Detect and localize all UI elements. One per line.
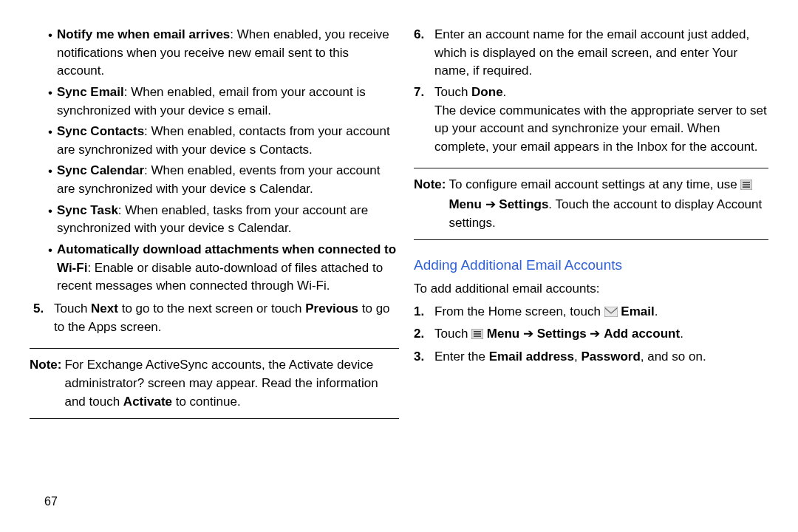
step-text: Enter an account name for the email acco… (434, 26, 768, 81)
svg-rect-4 (604, 307, 618, 317)
svg-rect-3 (743, 187, 750, 188)
menu-icon (740, 177, 752, 196)
step-number: 3. (414, 348, 434, 366)
step-number: 7. (414, 83, 434, 157)
note-configure: Note: To configure email account setting… (414, 168, 768, 240)
section-heading: Adding Additional Email Accounts (414, 255, 768, 276)
step-7-continuation: The device communicates with the appropr… (434, 102, 768, 157)
section-intro: To add additional email accounts: (414, 280, 768, 299)
step-number: 5. (33, 300, 54, 336)
step-5: 5. Touch Next to go to the next screen o… (33, 300, 399, 336)
note-label: Note: (30, 356, 61, 411)
svg-rect-8 (474, 336, 481, 338)
svg-rect-6 (474, 331, 481, 332)
bullet-sync-calendar: • Sync Calendar: When enabled, events fr… (48, 162, 399, 198)
bullet-text: : Enable or disable auto-download of fil… (57, 261, 383, 293)
svg-rect-1 (743, 182, 750, 183)
menu-icon (471, 327, 483, 345)
add-step-3: 3. Enter the Email address, Password, an… (414, 348, 768, 366)
note-activesync: Note: For Exchange ActiveSync accounts, … (30, 348, 399, 419)
svg-rect-2 (743, 185, 750, 186)
manual-page: • Notify me when email arrives: When ena… (0, 0, 798, 532)
email-icon (604, 304, 618, 323)
svg-rect-7 (474, 333, 481, 335)
note-label: Note: (414, 176, 446, 232)
step-6: 6. Enter an account name for the email a… (414, 26, 768, 81)
add-step-2: 2. Touch Menu ➔ Settings ➔ Add account. (414, 325, 768, 345)
bullet-sync-email: • Sync Email: When enabled, email from y… (48, 83, 399, 120)
bullet-label: Sync Email (57, 85, 124, 99)
add-step-1: 1. From the Home screen, touch Email. (414, 303, 768, 323)
bullet-label: Sync Task (57, 203, 118, 217)
step-number: 6. (414, 26, 434, 81)
page-number: 67 (44, 493, 58, 510)
bullet-label: Sync Contacts (57, 124, 144, 138)
note-body: For Exchange ActiveSync accounts, the Ac… (61, 356, 399, 411)
note-body: To configure email account settings at a… (446, 176, 768, 232)
bullet-auto-download: • Automatically download attachments whe… (48, 241, 399, 296)
step-7: 7. Touch Done. The device communicates w… (414, 83, 768, 157)
left-column: • Notify me when email arrives: When ena… (30, 26, 399, 532)
right-column: 6. Enter an account name for the email a… (414, 26, 768, 532)
step-number: 2. (414, 325, 434, 345)
bullet-sync-contacts: • Sync Contacts: When enabled, contacts … (48, 123, 399, 159)
step-number: 1. (414, 303, 434, 323)
bullet-label: Sync Calendar (57, 163, 144, 177)
bullet-sync-task: • Sync Task: When enabled, tasks from yo… (48, 202, 399, 238)
bullet-notify: • Notify me when email arrives: When ena… (48, 26, 399, 81)
bullet-label: Notify me when email arrives (57, 27, 230, 41)
